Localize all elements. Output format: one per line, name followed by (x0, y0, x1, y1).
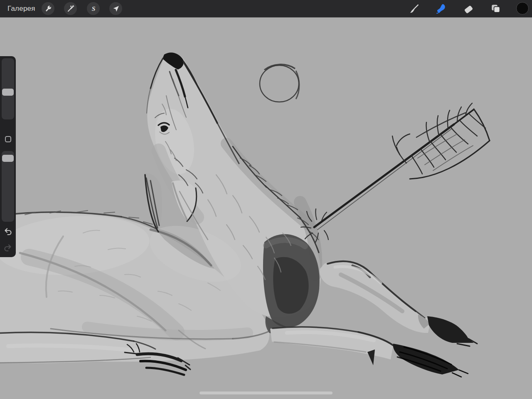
brush-icon (409, 3, 419, 14)
smudge-finger-icon (435, 3, 446, 14)
redo-icon (3, 243, 13, 253)
circle-sketch (260, 64, 299, 102)
arrow-sketch (301, 103, 490, 243)
s-curve-icon: S (89, 4, 98, 13)
color-swatch-button[interactable] (516, 2, 529, 15)
modify-button[interactable] (0, 134, 16, 144)
brush-tool-button[interactable] (408, 2, 420, 15)
svg-text:S: S (91, 5, 95, 12)
artwork-deer-sketch[interactable] (0, 17, 532, 399)
transform-button[interactable] (109, 2, 122, 15)
magic-wand-icon (66, 4, 75, 13)
brush-size-handle[interactable] (2, 89, 14, 96)
redo-button[interactable] (2, 242, 14, 254)
layers-icon (490, 3, 501, 14)
opacity-handle[interactable] (2, 155, 14, 162)
smudge-tool-button[interactable] (435, 2, 447, 15)
brush-sidebar (0, 56, 16, 257)
eraser-tool-button[interactable] (462, 2, 474, 15)
selection-button[interactable]: S (87, 2, 100, 15)
wrench-icon (44, 4, 53, 13)
undo-icon (3, 227, 13, 237)
actions-button[interactable] (42, 2, 54, 15)
deer-body (0, 52, 477, 377)
layers-button[interactable] (490, 2, 502, 15)
modify-square-icon (5, 136, 11, 142)
adjustments-button[interactable] (64, 2, 77, 15)
app-screen: Галерея S (0, 0, 532, 399)
toolbar: Галерея S (0, 0, 532, 17)
eraser-icon (463, 3, 474, 14)
cursor-arrow-icon (111, 4, 121, 13)
drawing-canvas[interactable] (0, 17, 532, 399)
home-indicator[interactable] (200, 392, 332, 394)
undo-button[interactable] (2, 226, 14, 238)
gallery-button[interactable]: Галерея (7, 0, 35, 17)
